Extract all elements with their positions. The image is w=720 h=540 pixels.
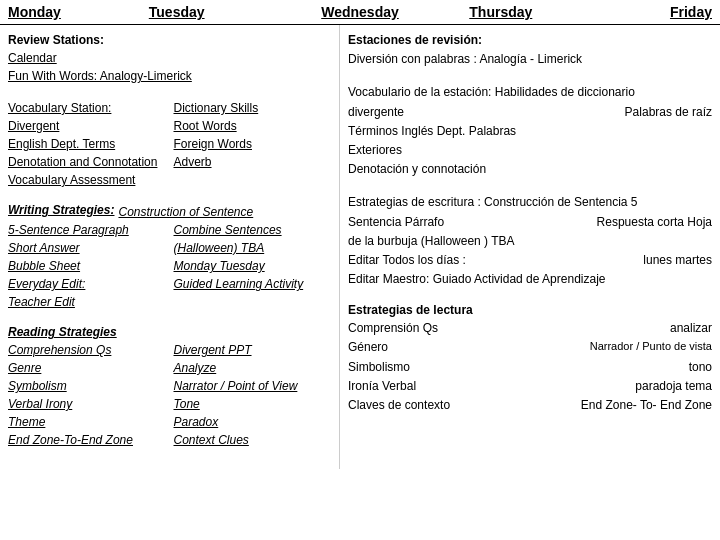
- reading-c1-0: Comprehension Qs: [8, 341, 166, 359]
- vocab-c1-2: English Dept. Terms: [8, 135, 166, 153]
- right-vocab-line1: Vocabulario de la estación: Habilidades …: [348, 83, 712, 102]
- right-review-line1: Diversión con palabras : Analogía - Lime…: [348, 50, 712, 69]
- writing-c1-0: 5-Sentence Paragraph: [8, 221, 166, 239]
- right-writing-line5: Editar Maestro: Guiado Actividad de Apre…: [348, 270, 712, 289]
- vocabulary-col2: Dictionary Skills Root Words Foreign Wor…: [174, 99, 332, 189]
- content-row: Review Stations: Calendar Fun With Words…: [0, 25, 720, 469]
- reading-c2-5: Context Clues: [174, 431, 332, 449]
- right-reading-l5c1: Claves de contexto: [348, 396, 450, 415]
- right-reading-line2: Género Narrador / Punto de vista: [348, 338, 712, 357]
- right-reading: Estrategias de lectura Comprensión Qs an…: [348, 303, 712, 415]
- right-vocab-l2c1: divergente: [348, 103, 404, 122]
- writing-c2-0: Combine Sentences: [174, 221, 332, 239]
- right-reading-l3c2: tono: [689, 358, 712, 377]
- right-vocab-line3: Términos Inglés Dept. Palabras: [348, 122, 712, 141]
- reading-c1-2: Symbolism: [8, 377, 166, 395]
- reading-c2-1: Analyze: [174, 359, 332, 377]
- right-writing-line4: Editar Todos los días : lunes martes: [348, 251, 712, 270]
- writing-title: Writing Strategies:: [8, 203, 114, 219]
- writing-c1-4: Teacher Edit: [8, 293, 166, 311]
- vocab-c2-0: Dictionary Skills: [174, 99, 332, 117]
- right-reading-l3c1: Simbolismo: [348, 358, 410, 377]
- writing-c2-2: (Halloween) TBA: [174, 239, 332, 257]
- reading-c2-0: Divergent PPT: [174, 341, 332, 359]
- right-reading-line5: Claves de contexto End Zone- To- End Zon…: [348, 396, 712, 415]
- reading-title: Reading Strategies: [8, 325, 117, 339]
- reading-c2-3: Tone: [174, 395, 332, 413]
- right-reading-title: Estrategias de lectura: [348, 303, 712, 317]
- right-reading-genre: Género: [348, 338, 388, 357]
- header-row: Monday Tuesday Wednesday Thursday Friday: [0, 0, 720, 25]
- writing-c2-3: Monday Tuesday: [174, 257, 332, 275]
- right-reading-line3: Simbolismo tono: [348, 358, 712, 377]
- writing-subtitle: Construction of Sentence: [118, 203, 253, 221]
- vocab-c1-3: Denotation and Connotation: [8, 153, 166, 171]
- day-friday: Friday: [571, 4, 712, 20]
- reading-col1: Comprehension Qs Genre Symbolism Verbal …: [8, 341, 166, 449]
- right-vocab-line5: Denotación y connotación: [348, 160, 712, 179]
- right-vocabulary: Vocabulario de la estación: Habilidades …: [348, 83, 712, 179]
- right-reading-l4c2: paradoja tema: [635, 377, 712, 396]
- writing-col2: Combine Sentences (Halloween) TBA Monday…: [174, 221, 332, 311]
- reading-col2: Divergent PPT Analyze Narrator / Point o…: [174, 341, 332, 449]
- right-writing-l2c1: Sentencia Párrafo: [348, 213, 444, 232]
- right-writing-line1: Estrategias de escritura : Construcción …: [348, 193, 712, 212]
- writing-header: Writing Strategies: Construction of Sent…: [8, 203, 331, 221]
- right-reading-l4c1: Ironía Verbal: [348, 377, 416, 396]
- review-title: Review Stations:: [8, 31, 331, 49]
- right-reading-l5c2: End Zone- To- End Zone: [581, 396, 712, 415]
- writing-cols: 5-Sentence Paragraph Short Answer Bubble…: [8, 221, 331, 311]
- vocabulary-cols: Vocabulary Station: Divergent English De…: [8, 99, 331, 189]
- right-vocab-line2: divergente Palabras de raíz: [348, 103, 712, 122]
- right-vocab-l2c2: Palabras de raíz: [625, 103, 712, 122]
- vocab-c1-4: Vocabulary Assessment: [8, 171, 166, 189]
- reading-c1-4: Theme: [8, 413, 166, 431]
- right-writing-l4c2: lunes martes: [643, 251, 712, 270]
- day-monday: Monday: [8, 4, 149, 20]
- vocab-c2-2: Foreign Words: [174, 135, 332, 153]
- writing-c1-2: Bubble Sheet: [8, 257, 166, 275]
- right-writing-line2: Sentencia Párrafo Respuesta corta Hoja: [348, 213, 712, 232]
- day-thursday: Thursday: [430, 4, 571, 20]
- reading-c2-4: Paradox: [174, 413, 332, 431]
- right-reading-narrator: Narrador / Punto de vista: [590, 338, 712, 357]
- right-writing: Estrategias de escritura : Construcción …: [348, 193, 712, 289]
- right-writing-l2c2: Respuesta corta Hoja: [597, 213, 712, 232]
- reading-c1-3: Verbal Irony: [8, 395, 166, 413]
- reading-c1-5: End Zone-To-End Zone: [8, 431, 166, 449]
- reading-c1-1: Genre: [8, 359, 166, 377]
- reading-header-row: Reading Strategies: [8, 325, 331, 341]
- page: Monday Tuesday Wednesday Thursday Friday…: [0, 0, 720, 469]
- left-panel: Review Stations: Calendar Fun With Words…: [0, 25, 340, 469]
- review-item-0: Calendar: [8, 49, 331, 67]
- vocabulary-col1: Vocabulary Station: Divergent English De…: [8, 99, 166, 189]
- vocab-c2-3: Adverb: [174, 153, 332, 171]
- right-writing-l4c1: Editar Todos los días :: [348, 251, 466, 270]
- reading-cols: Comprehension Qs Genre Symbolism Verbal …: [8, 341, 331, 449]
- reading-c2-2: Narrator / Point of View: [174, 377, 332, 395]
- right-reading-line1: Comprensión Qs analizar: [348, 319, 712, 338]
- review-item-1: Fun With Words: Analogy-Limerick: [8, 67, 331, 85]
- right-reading-l1c1: Comprensión Qs: [348, 319, 438, 338]
- right-review-title: Estaciones de revisión:: [348, 31, 712, 50]
- vocab-c1-0: Vocabulary Station:: [8, 99, 166, 117]
- writing-c2-4: Guided Learning Activity: [174, 275, 332, 293]
- day-wednesday: Wednesday: [290, 4, 431, 20]
- right-reading-line4: Ironía Verbal paradoja tema: [348, 377, 712, 396]
- right-writing-line3: de la burbuja (Halloween ) TBA: [348, 232, 712, 251]
- right-reading-l1c2: analizar: [670, 319, 712, 338]
- writing-section: Writing Strategies: Construction of Sent…: [8, 203, 331, 311]
- vocab-c2-1: Root Words: [174, 117, 332, 135]
- day-tuesday: Tuesday: [149, 4, 290, 20]
- right-vocab-line4: Exteriores: [348, 141, 712, 160]
- writing-c1-3: Everyday Edit:: [8, 275, 166, 293]
- writing-c1-1: Short Answer: [8, 239, 166, 257]
- right-panel: Estaciones de revisión: Diversión con pa…: [340, 25, 720, 469]
- reading-section: Reading Strategies Comprehension Qs Genr…: [8, 325, 331, 449]
- vocabulary-section: Vocabulary Station: Divergent English De…: [8, 99, 331, 189]
- right-review: Estaciones de revisión: Diversión con pa…: [348, 31, 712, 69]
- review-section: Review Stations: Calendar Fun With Words…: [8, 31, 331, 85]
- vocab-c1-1: Divergent: [8, 117, 166, 135]
- writing-col1: 5-Sentence Paragraph Short Answer Bubble…: [8, 221, 166, 311]
